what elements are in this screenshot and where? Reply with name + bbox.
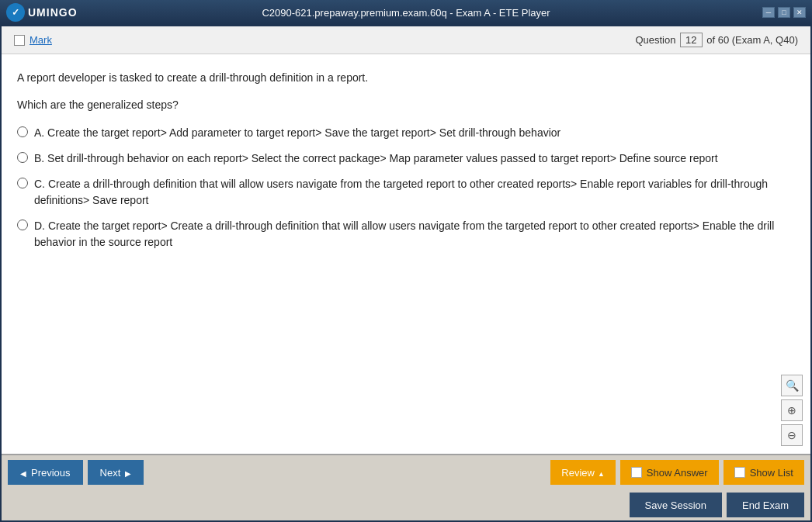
- previous-label: Previous: [31, 467, 71, 479]
- show-list-label: Show List: [750, 467, 793, 479]
- radio-b[interactable]: [17, 152, 28, 163]
- question-info: Question 12 of 60 (Exam A, Q40): [635, 33, 798, 47]
- exam-info: (Exam A, Q40): [732, 34, 798, 46]
- bottom-toolbar: Previous Next Review Show Answer Show Li…: [2, 454, 810, 520]
- search-icon-btn[interactable]: 🔍: [781, 375, 803, 396]
- prev-arrow-icon: [20, 467, 26, 479]
- sidebar-icons: 🔍 ⊕ ⊖: [781, 375, 803, 446]
- review-button[interactable]: Review: [550, 460, 616, 485]
- save-session-button[interactable]: Save Session: [630, 493, 723, 517]
- show-answer-button[interactable]: Show Answer: [620, 460, 719, 485]
- question-text-line1: A report developer is tasked to create a…: [17, 70, 795, 86]
- zoom-in-icon-btn[interactable]: ⊕: [781, 399, 803, 421]
- answer-text-c: C. Create a drill-through definition tha…: [34, 176, 795, 209]
- toolbar-row2: Save Session End Exam: [2, 489, 810, 520]
- next-label: Next: [100, 467, 121, 479]
- answer-option-d[interactable]: D. Create the target report> Create a dr…: [17, 218, 795, 251]
- show-list-button[interactable]: Show List: [724, 460, 804, 485]
- answer-text-b: B. Set drill-through behavior on each re…: [34, 150, 718, 167]
- answer-option-b[interactable]: B. Set drill-through behavior on each re…: [17, 150, 795, 167]
- logo-text: UMINGO: [28, 6, 78, 19]
- mark-area: Mark: [14, 34, 52, 46]
- radio-c[interactable]: [17, 178, 28, 188]
- minimize-button[interactable]: ─: [762, 7, 775, 18]
- window-title: C2090-621.prepaway.premium.exam.60q - Ex…: [262, 7, 550, 19]
- window-controls: ─ □ ✕: [762, 7, 806, 18]
- main-window: Mark Question 12 of 60 (Exam A, Q40) A r…: [0, 25, 812, 522]
- previous-button[interactable]: Previous: [8, 460, 83, 485]
- mark-link[interactable]: Mark: [29, 34, 52, 46]
- next-arrow-icon: [125, 467, 131, 479]
- total-questions: of 60: [706, 34, 729, 46]
- review-label: Review: [561, 467, 595, 479]
- next-button[interactable]: Next: [88, 460, 144, 485]
- show-list-checkbox: [734, 467, 745, 478]
- answer-option-a[interactable]: A. Create the target report> Add paramet…: [17, 125, 795, 141]
- question-content: A report developer is tasked to create a…: [2, 54, 810, 454]
- radio-a[interactable]: [17, 126, 28, 137]
- show-answer-label: Show Answer: [647, 467, 708, 479]
- answer-text-a: A. Create the target report> Add paramet…: [34, 125, 560, 141]
- zoom-out-icon-btn[interactable]: ⊖: [781, 424, 803, 446]
- title-bar-left: ✓ UMINGO: [6, 3, 78, 22]
- show-answer-checkbox: [631, 467, 642, 478]
- close-button[interactable]: ✕: [793, 7, 806, 18]
- end-exam-button[interactable]: End Exam: [727, 493, 804, 517]
- mark-checkbox[interactable]: [14, 35, 25, 46]
- maximize-button[interactable]: □: [778, 7, 790, 18]
- answer-option-c[interactable]: C. Create a drill-through definition tha…: [17, 176, 795, 209]
- logo: ✓ UMINGO: [6, 3, 78, 22]
- toolbar-row1: Previous Next Review Show Answer Show Li…: [2, 455, 810, 489]
- answer-text-d: D. Create the target report> Create a dr…: [34, 218, 795, 251]
- review-arrow-icon: [598, 467, 605, 479]
- radio-d[interactable]: [17, 220, 28, 230]
- question-header: Mark Question 12 of 60 (Exam A, Q40): [2, 26, 810, 54]
- question-number: 12: [680, 33, 702, 47]
- title-bar: ✓ UMINGO C2090-621.prepaway.premium.exam…: [0, 0, 812, 25]
- logo-icon: ✓: [6, 3, 25, 22]
- question-text-line2: Which are the generalized steps?: [17, 99, 795, 111]
- question-label: Question: [635, 34, 675, 46]
